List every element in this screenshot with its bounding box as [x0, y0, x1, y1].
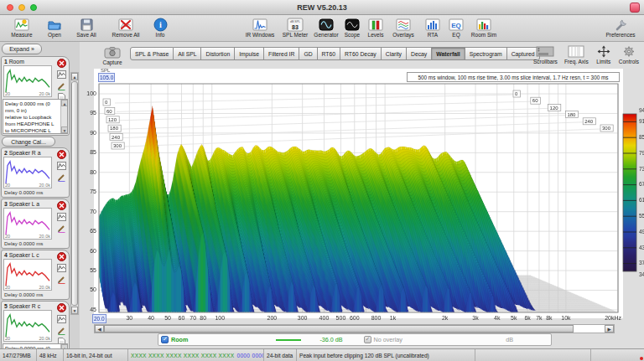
expand-label: Expand [9, 46, 29, 52]
tab-decay[interactable]: Decay [407, 47, 432, 60]
rew-window: REW V5.20.13 Measure Open Save All Remov… [0, 0, 644, 361]
trace-pencil-icon[interactable] [57, 326, 66, 335]
tab-distortion[interactable]: Distortion [201, 47, 235, 60]
remove-measurement-icon[interactable] [57, 303, 66, 312]
tab-waterfall[interactable]: Waterfall [432, 47, 465, 60]
capture-button[interactable]: Capture [96, 44, 128, 66]
measurement-actions [55, 252, 67, 284]
tab-spectrogram[interactable]: Spectrogram [465, 47, 507, 60]
no-overlay-option[interactable]: No overlay [361, 336, 402, 343]
measurement-graph-icon[interactable] [57, 264, 66, 272]
controls-control[interactable]: Controls [619, 44, 639, 64]
scroll-up-icon[interactable]: ▲ [61, 100, 68, 106]
no-overlay-checkbox[interactable] [364, 336, 371, 343]
measurement-card[interactable]: 1 Room 20 20.0k Delay 0.0000 ms (0mm, 0 … [1, 56, 70, 136]
legend-line-sample [276, 339, 301, 341]
trace-pencil-icon[interactable] [57, 224, 66, 233]
tab-spl-phase[interactable]: SPL & Phase [130, 47, 174, 60]
info-icon: i [149, 17, 171, 32]
levels-label: Levels [364, 32, 387, 38]
scroll-left-icon[interactable]: ◀ [95, 325, 104, 333]
measurement-thumbnail[interactable]: 20 20.0k [3, 310, 52, 342]
horizontal-scrollbar[interactable]: ◀ ▶ [94, 324, 615, 333]
toolbar-save-all-button[interactable]: Save All [70, 17, 102, 41]
toolbar-levels-button[interactable]: Levels [364, 17, 387, 41]
controls-icon [619, 44, 639, 59]
toolbar-overlays-button[interactable]: Overlays [387, 17, 419, 41]
toolbar-info-button[interactable]: i Info [149, 17, 171, 41]
scroll-down-icon[interactable]: ▼ [61, 126, 68, 133]
toolbar-preferences-button[interactable]: Preferences [600, 17, 641, 41]
toolbar-measure-button[interactable]: Measure [5, 17, 39, 41]
measurement-thumbnail[interactable]: 20 20.0k [3, 65, 52, 97]
remove-measurement-icon[interactable] [57, 252, 66, 261]
tab-rt60-decay[interactable]: RT60 Decay [340, 47, 382, 60]
measurement-card[interactable]: 3 Speaker L a 20 20.0k Delay 0.0000 ms [1, 199, 70, 249]
tab-gd[interactable]: GD [299, 47, 317, 60]
measurement-thumbnail[interactable]: 20 20.0k [3, 259, 52, 291]
trace-pencil-icon[interactable] [57, 275, 66, 284]
levels-icon [364, 17, 387, 32]
remove-measurement-icon[interactable] [57, 201, 66, 210]
measurement-graph-icon[interactable] [57, 315, 66, 323]
hscrollbar-thumb[interactable] [104, 325, 574, 333]
room-checkbox[interactable] [161, 336, 169, 343]
status-bar: 147/279MB 48 kHz 16-bit in, 24-bit out X… [0, 348, 644, 361]
rta-label: RTA [419, 32, 446, 38]
measurement-thumbnail[interactable]: 20 20.0k [3, 208, 52, 240]
spl-max-box[interactable]: 105.0 [98, 73, 115, 82]
remove-measurement-icon[interactable] [57, 150, 66, 159]
trace-pencil-icon[interactable] [57, 81, 66, 90]
measurement-graph-icon[interactable] [57, 162, 66, 170]
measurement-card[interactable]: 5 Speaker R c 20 20.0k Delay 0.0000 ms (… [1, 301, 70, 348]
remove-measurement-icon[interactable] [57, 59, 66, 68]
tab-rt60[interactable]: RT60 [318, 47, 341, 60]
expand-button[interactable]: Expand » [2, 44, 42, 54]
trace-pencil-icon[interactable] [57, 173, 66, 182]
measurement-graph-icon[interactable] [57, 70, 66, 79]
tab-filtered-ir[interactable]: Filtered IR [264, 47, 299, 60]
toolbar-scope-button[interactable]: Scope [340, 17, 364, 41]
info-scrollbar[interactable]: ▲▼ [60, 100, 67, 133]
measurement-graph-icon[interactable] [57, 213, 66, 221]
toolbar-ir-windows-button[interactable]: IR Windows [242, 17, 278, 41]
measurement-thumbnail[interactable]: 20 20.0k [3, 157, 52, 188]
status-hex-blue: 0000 0000 [236, 353, 264, 358]
tab-clarity[interactable]: Clarity [382, 47, 407, 60]
sidebar-scrollbar[interactable]: ▲ ▼ [70, 72, 79, 315]
change-cal-button[interactable]: Change Cal... [2, 137, 55, 147]
waterfall-plot[interactable] [80, 69, 644, 323]
freq-axis-control[interactable]: Freq. Axis [564, 44, 589, 64]
scroll-up-icon[interactable]: ▲ [71, 73, 78, 80]
ir-windows-label: IR Windows [242, 32, 278, 38]
scrollbar-thumb[interactable] [71, 81, 78, 306]
toolbar-generator-button[interactable]: Generator [312, 17, 340, 41]
tab-impulse[interactable]: Impulse [235, 47, 264, 60]
save-all-label: Save All [70, 32, 102, 38]
tab-all-spl[interactable]: All SPL [174, 47, 201, 60]
freq-min-box[interactable]: 20.0 [92, 314, 106, 323]
limits-control[interactable]: Limits [595, 44, 612, 64]
scroll-down-icon[interactable]: ▼ [71, 307, 78, 314]
capture-label: Capture [96, 59, 128, 65]
legend-trace-name[interactable]: Room [171, 336, 188, 343]
measurement-card[interactable]: 2 Speaker R a 20 20.0k Delay 0.0000 ms [1, 147, 70, 198]
scrollbars-control[interactable]: Scrollbars [533, 44, 558, 64]
toolbar-remove-all-button[interactable]: Remove All [104, 17, 148, 41]
measurement-card[interactable]: 4 Speaker L c 20 20.0k Delay 0.0000 ms [1, 250, 70, 300]
svg-text:83: 83 [292, 23, 299, 29]
titlebar[interactable]: REW V5.20.13 [0, 0, 644, 15]
toolbar-rta-button[interactable]: RTA [419, 17, 446, 41]
toolbar-room-sim-button[interactable]: Room Sim [466, 17, 501, 41]
scrollbars-label: Scrollbars [533, 59, 558, 64]
svg-text:dB SPL: dB SPL [290, 20, 300, 23]
thumb-xmax-label: 20.0k [39, 336, 50, 341]
measurements-sidebar: Expand » 1 Room 20 20.0k Delay 0.0000 ms… [0, 42, 80, 348]
toolbar-eq-button[interactable]: EQ EQ [446, 17, 466, 41]
scroll-right-icon[interactable]: ▶ [605, 325, 614, 333]
record-indicator [640, 357, 643, 360]
overlays-icon [387, 17, 419, 32]
toolbar-spl-meter-button[interactable]: dB SPL83 SPL Meter [278, 17, 312, 41]
toolbar-open-button[interactable]: Open [40, 17, 69, 41]
status-bit-data: 24-bit data [264, 349, 297, 361]
